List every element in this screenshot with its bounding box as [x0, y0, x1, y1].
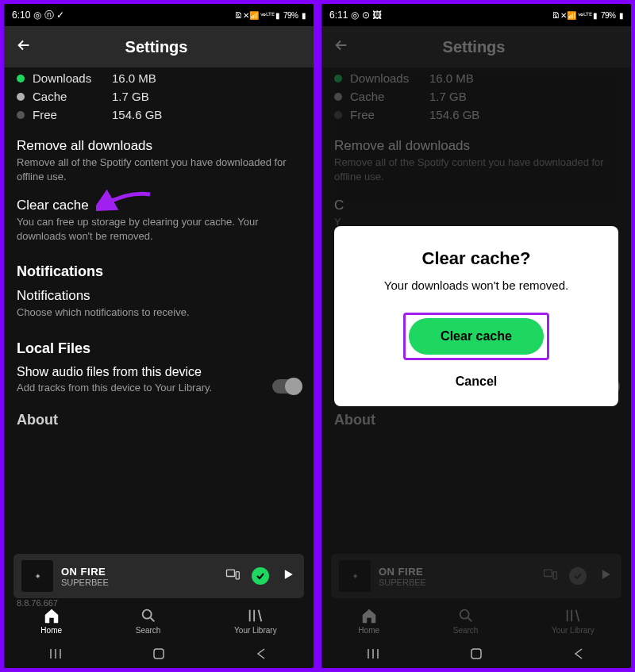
battery-percent: 79%	[601, 11, 616, 20]
tab-search-label: Search	[136, 626, 161, 635]
storage-downloads-label: Downloads	[33, 71, 104, 85]
notifications-row[interactable]: Notifications Choose which notifications…	[17, 288, 301, 320]
storage-cache-row: Cache 1.7 GB	[17, 87, 301, 106]
storage-free-value: 154.6 GB	[112, 108, 162, 121]
about-section-peek: About	[17, 412, 301, 428]
clear-cache-confirm-button[interactable]: Clear cache	[409, 318, 544, 355]
storage-free-label: Free	[33, 108, 104, 121]
phone-right: 6:11 ◎ ⊙ 🖼 🖻 ✕📶 ᵛᵒᴸᵀᴱ ▮ 79% ▮ Settings D…	[320, 2, 633, 670]
storage-cache-label: Cache	[33, 90, 104, 103]
tab-search[interactable]: Search	[136, 607, 161, 635]
recents-button[interactable]	[366, 647, 380, 664]
tab-home: Home	[358, 607, 379, 635]
now-playing-title: ON FIRE	[61, 566, 225, 578]
clock: 6:10	[12, 10, 30, 21]
home-button[interactable]	[152, 647, 166, 664]
storage-free-row: Free 154.6 GB	[17, 106, 301, 124]
devices-icon[interactable]	[225, 566, 241, 586]
album-art: ◈	[21, 560, 53, 592]
svg-rect-4	[545, 570, 552, 576]
now-playing-bar: ◈ ON FIRE SUPERBEE	[331, 554, 622, 598]
svg-point-2	[142, 609, 151, 618]
show-audio-files-title: Show audio files from this device	[17, 365, 272, 379]
page-title: Settings	[328, 38, 620, 56]
show-audio-files-sub: Add tracks from this device to Your Libr…	[17, 381, 272, 395]
tab-bar: Home Search Your Library	[321, 598, 631, 643]
notifications-sub: Choose which notifications to receive.	[17, 305, 301, 320]
tab-bar: Home Search Your Library	[4, 598, 314, 643]
show-audio-files-row[interactable]: Show audio files from this device Add tr…	[17, 365, 301, 395]
notifications-section-head: Notifications	[17, 263, 301, 280]
battery-icon: ▮	[619, 11, 624, 20]
tab-library: Your Library	[552, 607, 595, 635]
home-button[interactable]	[469, 647, 483, 664]
svg-rect-0	[227, 570, 235, 576]
status-icons-right: 🖻 ✕📶 ᵛᵒᴸᵀᴱ ▮	[234, 11, 280, 20]
back-nav-button[interactable]	[255, 647, 269, 664]
remove-downloads-sub: Remove all of the Spotify content you ha…	[17, 156, 301, 183]
clear-cache-title: Clear cache	[17, 198, 301, 213]
android-nav-bar	[321, 643, 631, 668]
cancel-button[interactable]: Cancel	[352, 374, 601, 389]
svg-rect-7	[471, 649, 481, 659]
clear-cache-row[interactable]: Clear cache You can free up storage by c…	[17, 198, 301, 243]
back-nav-button[interactable]	[572, 647, 587, 664]
status-icons-right: 🖻 ✕📶 ᵛᵒᴸᵀᴱ ▮	[552, 11, 598, 20]
dialog-message: Your downloads won't be removed.	[352, 278, 601, 292]
dot-dark	[17, 111, 25, 119]
tab-library-label: Your Library	[234, 626, 277, 635]
clear-cache-sub: You can free up storage by clearing your…	[17, 215, 301, 243]
album-art: ◈	[339, 560, 371, 592]
svg-rect-3	[154, 649, 164, 659]
annotation-arrow-icon	[96, 188, 152, 218]
show-audio-files-toggle[interactable]	[272, 379, 301, 394]
status-bar: 6:11 ◎ ⊙ 🖼 🖻 ✕📶 ᵛᵒᴸᵀᴱ ▮ 79% ▮	[321, 4, 631, 26]
dialog-title: Clear cache?	[352, 248, 601, 269]
phone-left: 6:10 ◎ ⓝ ✓ 🖻 ✕📶 ᵛᵒᴸᵀᴱ ▮ 79% ▮ Settings D…	[2, 2, 315, 670]
tab-search: Search	[453, 607, 479, 635]
android-nav-bar	[4, 643, 314, 668]
svg-rect-1	[236, 572, 239, 579]
recents-button[interactable]	[48, 647, 63, 664]
dot-gray	[17, 93, 25, 101]
battery-percent: 79%	[283, 11, 298, 20]
clear-cache-dialog: Clear cache? Your downloads won't be rem…	[334, 226, 618, 406]
tab-home[interactable]: Home	[40, 607, 62, 635]
notifications-title: Notifications	[17, 288, 301, 304]
page-title: Settings	[10, 38, 302, 56]
svg-rect-5	[553, 572, 556, 579]
dot-green	[17, 75, 25, 83]
now-playing-artist: SUPERBEE	[61, 578, 225, 587]
play-icon	[598, 566, 614, 586]
tab-library[interactable]: Your Library	[234, 607, 277, 635]
settings-header: Settings	[321, 26, 631, 67]
status-icons-left: ◎ ⓝ ✓	[33, 9, 64, 22]
remove-downloads-title: Remove all downloads	[17, 138, 301, 154]
storage-downloads-row: Downloads 16.0 MB	[17, 69, 301, 87]
now-playing-bar[interactable]: ◈ ON FIRE SUPERBEE	[13, 554, 304, 598]
downloaded-check-icon	[569, 567, 587, 585]
play-icon[interactable]	[280, 566, 296, 586]
tab-home-label: Home	[40, 626, 62, 635]
status-bar: 6:10 ◎ ⓝ ✓ 🖻 ✕📶 ᵛᵒᴸᵀᴱ ▮ 79% ▮	[4, 4, 314, 26]
downloaded-check-icon[interactable]	[252, 567, 269, 585]
battery-icon: ▮	[302, 11, 306, 20]
annotation-highlight: Clear cache	[403, 313, 549, 360]
storage-downloads-value: 16.0 MB	[112, 71, 156, 85]
storage-cache-value: 1.7 GB	[112, 90, 149, 103]
clock: 6:11	[329, 10, 348, 21]
local-files-section-head: Local Files	[17, 340, 301, 357]
devices-icon	[542, 566, 558, 586]
svg-point-6	[460, 609, 468, 618]
settings-header: Settings	[4, 26, 314, 67]
status-icons-left: ◎ ⊙ 🖼	[351, 10, 382, 21]
remove-downloads-row[interactable]: Remove all downloads Remove all of the S…	[17, 138, 301, 183]
